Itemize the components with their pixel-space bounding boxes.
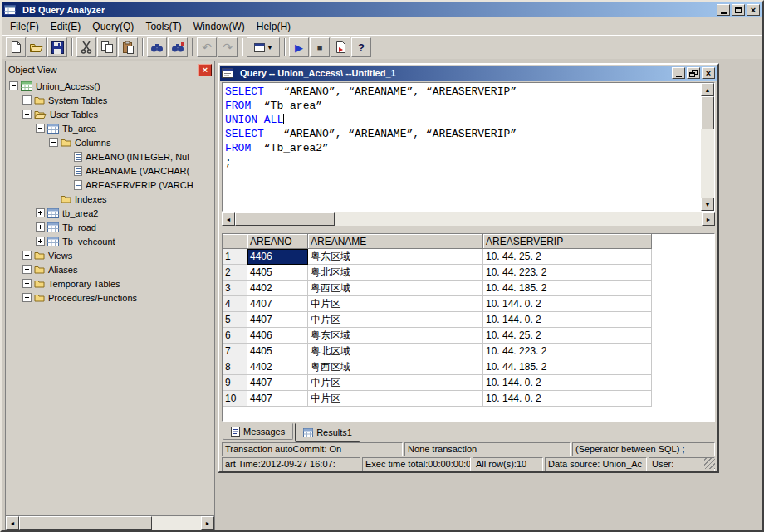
stop-button[interactable]: ■ xyxy=(310,37,330,57)
collapse-minus-box[interactable] xyxy=(22,110,32,119)
scroll-right-arrow[interactable]: ► xyxy=(702,212,715,226)
collapse-minus-box[interactable] xyxy=(9,81,18,90)
grid-cell[interactable]: 粤北区域 xyxy=(308,344,483,359)
row-number[interactable]: 5 xyxy=(223,312,247,328)
grid-cell[interactable]: 10. 144. 0. 2 xyxy=(483,391,652,407)
close-button[interactable]: × xyxy=(747,4,760,16)
menu-help[interactable]: Help(H) xyxy=(251,19,296,34)
tree-item-indexes[interactable]: Indexes xyxy=(6,192,214,206)
minimize-button[interactable] xyxy=(717,4,730,16)
grid-cell-selected[interactable]: 4406 xyxy=(247,249,308,265)
tree-item-tb-road[interactable]: Tb_road xyxy=(6,220,214,234)
collapse-minus-box[interactable] xyxy=(49,138,58,147)
tree-item-tb-area[interactable]: Tb_area xyxy=(6,121,214,135)
grid-corner-header[interactable] xyxy=(223,234,247,249)
paste-button[interactable] xyxy=(118,37,138,57)
undo-button[interactable]: ↶ xyxy=(197,37,217,57)
grid-cell[interactable]: 10. 144. 0. 2 xyxy=(483,312,652,328)
redo-button[interactable]: ↷ xyxy=(218,37,238,57)
open-folder-button[interactable] xyxy=(27,37,47,57)
tree-item-areaserverip[interactable]: AREASERVERIP (VARCH xyxy=(6,178,214,192)
editor-vscrollbar[interactable]: ▲ ▼ xyxy=(701,83,714,211)
grid-cell[interactable]: 4407 xyxy=(247,375,308,391)
expand-plus-box[interactable] xyxy=(36,208,45,217)
grid-cell[interactable]: 4402 xyxy=(247,359,308,375)
expand-plus-box[interactable] xyxy=(22,279,32,288)
grid-cell[interactable]: 10. 44. 223. 2 xyxy=(483,344,652,359)
cut-button[interactable] xyxy=(76,37,96,57)
row-number[interactable]: 10 xyxy=(223,391,247,407)
find-next-button[interactable] xyxy=(168,37,188,57)
minimize-button[interactable] xyxy=(672,67,685,79)
tree-item-system-tables[interactable]: System Tables xyxy=(6,93,214,107)
tree-item-columns[interactable]: Columns xyxy=(6,135,214,149)
menu-tools[interactable]: Tools(T) xyxy=(140,19,187,34)
scroll-thumb[interactable] xyxy=(19,516,152,530)
row-number[interactable]: 9 xyxy=(223,375,247,391)
tree-item-temporary-tables[interactable]: Temporary Tables xyxy=(6,276,214,290)
expand-plus-box[interactable] xyxy=(22,293,32,302)
tree-item-procedures-functions[interactable]: Procedures/Functions xyxy=(6,290,214,305)
sql-editor-text[interactable]: SELECT “AREANO”, “AREANAME”, “AREASERVER… xyxy=(225,85,699,209)
grid-cell[interactable]: 粤西区域 xyxy=(308,281,483,296)
collapse-minus-box[interactable] xyxy=(36,124,45,133)
tree-item-aliases[interactable]: Aliases xyxy=(6,262,214,276)
object-view-hscrollbar[interactable]: ◄ ► xyxy=(6,515,214,530)
grid-cell[interactable]: 10. 44. 25. 2 xyxy=(483,249,652,265)
editor-hscrollbar[interactable]: ◄ ► xyxy=(222,212,715,226)
grid-cell[interactable]: 10. 144. 0. 2 xyxy=(483,375,652,391)
grid-cell[interactable]: 4407 xyxy=(247,312,308,328)
execute-to-file-button[interactable] xyxy=(331,37,350,57)
scroll-track[interactable] xyxy=(701,96,714,198)
grid-cell[interactable]: 4405 xyxy=(247,265,308,281)
tab-messages[interactable]: Messages xyxy=(223,423,293,440)
scroll-down-arrow[interactable]: ▼ xyxy=(701,198,714,211)
tree-item-tb-vehcount[interactable]: Tb_vehcount xyxy=(6,234,214,248)
column-header-areaname[interactable]: AREANAME xyxy=(308,234,483,249)
grid-cell[interactable]: 10. 44. 185. 2 xyxy=(483,281,652,296)
tree-item-views[interactable]: Views xyxy=(6,248,214,262)
row-number[interactable]: 6 xyxy=(223,328,247,344)
new-document-button[interactable] xyxy=(6,37,26,57)
grid-cell[interactable]: 4407 xyxy=(247,391,308,407)
grid-cell[interactable]: 中片区 xyxy=(308,312,483,328)
menu-query[interactable]: Query(Q) xyxy=(86,19,140,34)
scroll-up-arrow[interactable]: ▲ xyxy=(701,83,714,96)
grid-cell[interactable]: 粤北区域 xyxy=(308,265,483,281)
grid-cell[interactable]: 4405 xyxy=(247,344,308,359)
sql-editor[interactable]: SELECT “AREANO”, “AREANAME”, “AREASERVER… xyxy=(222,82,715,212)
grid-cell[interactable]: 中片区 xyxy=(308,296,483,312)
copy-button[interactable] xyxy=(97,37,117,57)
scroll-left-arrow[interactable]: ◄ xyxy=(222,212,235,226)
object-view-close-button[interactable]: × xyxy=(198,64,212,76)
tab-results1[interactable]: Results1 xyxy=(295,423,360,442)
tree-item-tb-area2[interactable]: tb_area2 xyxy=(6,206,214,220)
menu-file[interactable]: File(F) xyxy=(4,19,45,34)
save-button[interactable] xyxy=(47,37,67,57)
row-number[interactable]: 4 xyxy=(223,296,247,312)
column-header-areano[interactable]: AREANO xyxy=(247,234,308,249)
tree-item-user-tables[interactable]: User Tables xyxy=(6,107,214,121)
expand-plus-box[interactable] xyxy=(36,222,45,232)
tree-item-areano[interactable]: AREANO (INTEGER, Nul xyxy=(6,149,214,164)
row-number[interactable]: 1 xyxy=(223,249,247,265)
expand-plus-box[interactable] xyxy=(22,265,32,274)
grid-cell[interactable]: 中片区 xyxy=(308,391,483,407)
grid-cell[interactable]: 粤东区域 xyxy=(308,249,483,265)
resize-grip[interactable] xyxy=(704,458,715,469)
restore-button[interactable] xyxy=(687,67,700,79)
row-number[interactable]: 8 xyxy=(223,359,247,375)
grid-cell[interactable]: 中片区 xyxy=(308,375,483,391)
execute-query-button[interactable]: ▶ xyxy=(289,37,309,57)
scroll-thumb[interactable] xyxy=(235,212,335,226)
window-select-dropdown[interactable]: ▼ xyxy=(247,37,280,57)
scroll-right-arrow[interactable]: ► xyxy=(201,516,214,530)
grid-cell[interactable]: 粤东区域 xyxy=(308,328,483,344)
row-number[interactable]: 3 xyxy=(223,281,247,296)
row-number[interactable]: 7 xyxy=(223,344,247,359)
tree-item-areaname[interactable]: AREANAME (VARCHAR( xyxy=(6,164,214,178)
find-button[interactable] xyxy=(147,37,167,57)
grid-cell[interactable]: 10. 44. 185. 2 xyxy=(483,359,652,375)
grid-cell[interactable]: 10. 144. 0. 2 xyxy=(483,296,652,312)
grid-cell[interactable]: 4402 xyxy=(247,281,308,296)
